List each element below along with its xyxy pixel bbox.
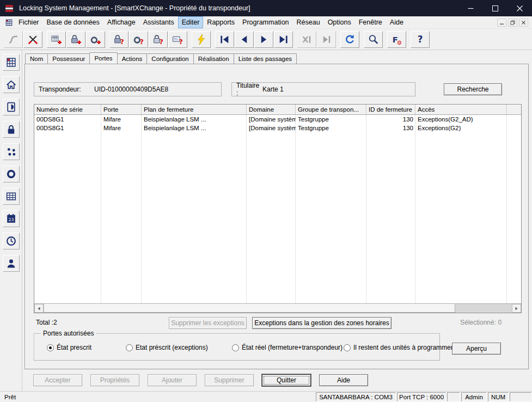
scrollbar-track[interactable] xyxy=(455,304,512,313)
column-header-porte[interactable]: Porte xyxy=(101,105,142,114)
filter-button[interactable]: F⚙ xyxy=(387,31,406,48)
menu-affichage[interactable]: Affichage xyxy=(103,16,139,28)
column-header-filler xyxy=(507,105,521,114)
add-lock-button[interactable] xyxy=(66,31,85,48)
holder-label: Titulaire : xyxy=(236,82,262,97)
sidebar-user-button[interactable] xyxy=(3,255,20,272)
nav-next-button[interactable] xyxy=(254,31,273,48)
sidebar-transponder-button[interactable] xyxy=(3,166,20,182)
quitter-button[interactable]: Quitter xyxy=(262,374,311,386)
search-button[interactable]: Recherche xyxy=(444,83,502,95)
column-gridline xyxy=(295,115,296,303)
column-header-groupe-de-transpon[interactable]: Groupe de transpon... xyxy=(296,105,366,114)
svg-text:?: ? xyxy=(120,38,124,45)
menu-fichier[interactable]: Fichier xyxy=(15,16,43,28)
scrollbar-thumb[interactable] xyxy=(44,304,455,313)
help-button[interactable]: ? xyxy=(411,31,430,48)
toolbar-separator xyxy=(211,31,215,48)
close-button[interactable] xyxy=(507,0,532,16)
cell-numero-de-serie: 00DS8G1 xyxy=(34,116,101,123)
menu-options[interactable]: Options xyxy=(324,16,355,28)
sidebar-calendar-button[interactable]: 23 xyxy=(3,210,20,227)
menu-aide[interactable]: Aide xyxy=(386,16,407,28)
child-restore-button[interactable] xyxy=(508,19,517,27)
proprietes-button: Propriétés xyxy=(90,374,139,386)
menu-reseau[interactable]: Réseau xyxy=(293,16,324,28)
menu-editer[interactable]: Editer xyxy=(178,16,204,28)
lock-query2-button[interactable]: ? xyxy=(149,31,168,48)
card-query-button[interactable]: ? xyxy=(168,31,187,48)
status-ready: Prêt xyxy=(0,392,315,402)
radio-etat-prescrit-exceptions[interactable]: Etat préscrit (exceptions) xyxy=(126,344,208,351)
radio-etat-reel-fermeture-transpondeur[interactable]: État réel (fermeture+transpondeur) xyxy=(232,344,343,351)
menu-rapports[interactable]: Rapports xyxy=(203,16,239,28)
menu-programmation[interactable]: Programmation xyxy=(239,16,292,28)
program-button[interactable] xyxy=(192,31,211,48)
tab-portes[interactable]: Portes xyxy=(89,52,117,64)
menu-base-de-donnees[interactable]: Base de données xyxy=(43,16,103,28)
add-record-button[interactable] xyxy=(47,31,66,48)
sidebar-home-button[interactable] xyxy=(3,76,20,93)
sidebar-grid-button[interactable] xyxy=(3,188,20,205)
sidebar-clock-button[interactable] xyxy=(3,233,20,249)
aide-button[interactable]: Aide xyxy=(319,374,368,386)
transponder-query-button[interactable]: ? xyxy=(129,31,148,48)
column-gridline xyxy=(506,115,507,303)
radio-label: État réel (fermeture+transpondeur) xyxy=(242,344,343,351)
sidebar-matrix-button[interactable] xyxy=(3,54,20,71)
calendar-icon: 23 xyxy=(5,213,17,224)
add-record-icon xyxy=(51,34,62,45)
table-row[interactable]: 00DS8G1MifareBeispielanlage LSM ...[Doma… xyxy=(34,124,521,132)
table-row[interactable]: 00DS8G1MifareBeispielanlage LSM ...[Doma… xyxy=(34,115,521,124)
sidebar: 23 xyxy=(0,50,22,391)
scroll-left-icon xyxy=(37,307,41,310)
search-icon xyxy=(368,34,379,45)
search-button[interactable] xyxy=(364,31,383,48)
lock-query-button[interactable]: ? xyxy=(109,31,129,48)
sidebar-network-button[interactable] xyxy=(3,143,20,160)
work-area: NomPossesseurPortesActionsConfigurationR… xyxy=(22,50,532,391)
column-header-numero-de-serie[interactable]: Numéro de série xyxy=(34,105,101,114)
sidebar-door-button[interactable] xyxy=(3,99,20,115)
radio-etat-prescrit[interactable]: État prescrit xyxy=(47,344,91,351)
disconnect-button[interactable] xyxy=(23,31,42,48)
column-header-domaine[interactable]: Domaine xyxy=(247,105,296,114)
minimize-button[interactable] xyxy=(458,0,483,16)
add-transponder-icon xyxy=(90,34,101,45)
grid-icon xyxy=(5,191,17,202)
tab-realisation[interactable]: Réalisation xyxy=(193,53,234,64)
column-header-id-de-fermeture[interactable]: ID de fermeture xyxy=(366,105,415,114)
child-close-button[interactable] xyxy=(519,19,528,27)
transponder-value: UID-01000000409D5AE8 xyxy=(94,86,168,93)
child-window-controls xyxy=(497,16,532,28)
nav-first-button[interactable] xyxy=(215,31,234,48)
exceptions-timezones-button[interactable]: Exceptions dans la gestion des zones hor… xyxy=(252,317,392,329)
cancel-nav-button xyxy=(297,31,316,48)
horizontal-scrollbar xyxy=(34,303,521,313)
toolbar-separator xyxy=(293,31,297,48)
child-minimize-button[interactable] xyxy=(497,19,506,27)
column-gridline xyxy=(101,115,101,303)
tab-configuration[interactable]: Configuration xyxy=(146,53,193,64)
column-header-plan-de-fermeture[interactable]: Plan de fermeture xyxy=(142,105,247,114)
refresh-button[interactable] xyxy=(340,31,359,48)
radio-il-restent-des-unites-a-programmer[interactable]: Il restent des unités à programmer xyxy=(344,344,453,351)
total-label: Total :2 xyxy=(36,319,57,326)
toolbar-separator xyxy=(360,31,364,48)
nav-last-button[interactable] xyxy=(274,31,293,48)
status-port: Port TCP : 6000 xyxy=(397,392,446,401)
scroll-right-button[interactable] xyxy=(512,304,521,313)
nav-prev-button[interactable] xyxy=(235,31,254,48)
tab-nom[interactable]: Nom xyxy=(25,53,48,64)
scroll-left-button[interactable] xyxy=(34,304,44,313)
menu-assistants[interactable]: Assistants xyxy=(139,16,178,28)
preview-button[interactable]: Aperçu xyxy=(452,343,501,355)
column-header-acces[interactable]: Accès xyxy=(415,105,507,114)
maximize-button[interactable] xyxy=(483,0,507,16)
sidebar-lock-button[interactable] xyxy=(3,121,20,138)
tab-actions[interactable]: Actions xyxy=(117,53,148,64)
add-transponder-button[interactable] xyxy=(86,31,105,48)
tab-possesseur[interactable]: Possesseur xyxy=(47,53,90,64)
menu-fenetre[interactable]: Fenêtre xyxy=(355,16,386,28)
tab-liste-des-passages[interactable]: Liste des passages xyxy=(234,53,297,64)
